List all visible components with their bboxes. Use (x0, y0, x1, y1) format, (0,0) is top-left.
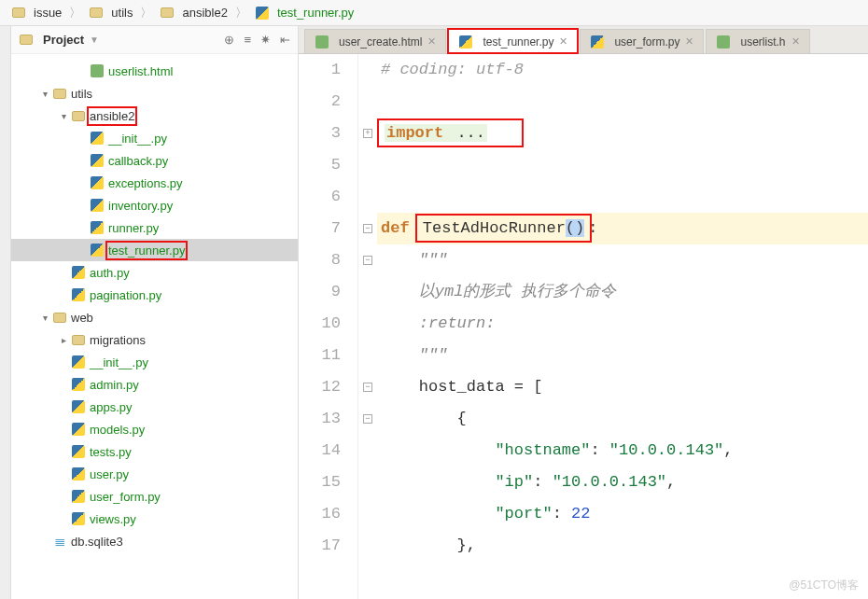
fold-marker[interactable] (358, 498, 377, 530)
line-gutter[interactable]: 123567891011121314151617 (299, 54, 358, 599)
locate-icon[interactable]: ⊕ (224, 33, 234, 47)
fold-marker[interactable] (358, 86, 377, 118)
code-line[interactable]: { (377, 403, 868, 435)
code-line[interactable]: :return: (377, 308, 868, 340)
collapse-icon[interactable]: ⇤ (280, 33, 290, 47)
tree-file[interactable]: views.py (11, 508, 298, 530)
line-number[interactable]: 5 (299, 149, 341, 181)
fold-marker[interactable] (358, 530, 377, 562)
tree-file[interactable]: pagination.py (11, 284, 298, 306)
line-number[interactable]: 3 (299, 118, 341, 149)
code-line[interactable]: import ... (377, 118, 868, 149)
line-number[interactable]: 1 (299, 54, 341, 86)
tree-file[interactable]: ≣db.sqlite3 (11, 530, 298, 552)
twisty-open-icon[interactable]: ▾ (37, 89, 52, 99)
fold-marker[interactable]: − (358, 213, 377, 244)
project-tree[interactable]: userlist.html▾utils▾ansible2__init__.pyc… (11, 54, 298, 599)
close-icon[interactable]: ✕ (791, 35, 800, 48)
fold-marker[interactable] (358, 308, 377, 340)
tree-file[interactable]: admin.py (11, 373, 298, 396)
tree-file[interactable]: exceptions.py (11, 172, 298, 194)
python-icon (71, 467, 86, 481)
tree-file[interactable]: user_form.py (11, 485, 298, 508)
code-line[interactable] (377, 149, 868, 181)
tree-file[interactable]: test_runner.py (11, 239, 298, 261)
tree-folder[interactable]: ▾ansible2 (11, 104, 298, 127)
tree-file[interactable]: auth.py (11, 261, 298, 284)
tree-file[interactable]: userlist.html (11, 60, 298, 82)
code-content[interactable]: # coding: utf-8import ... def TestAdHocR… (377, 54, 868, 599)
close-icon[interactable]: ✕ (559, 35, 567, 48)
close-icon[interactable]: ✕ (685, 35, 693, 48)
twisty-open-icon[interactable]: ▾ (37, 313, 52, 323)
code-line[interactable]: "port": 22 (377, 498, 868, 530)
chevron-down-icon[interactable]: ▼ (90, 35, 99, 45)
code-line[interactable]: host_data = [ (377, 371, 868, 403)
close-icon[interactable]: ✕ (427, 35, 436, 48)
code-area[interactable]: 123567891011121314151617 +−−−− # coding:… (299, 54, 868, 599)
line-number[interactable]: 14 (299, 435, 341, 467)
fold-marker[interactable] (358, 435, 377, 467)
breadcrumb-item[interactable]: test_runner.py (249, 4, 359, 22)
fold-marker[interactable]: + (358, 118, 377, 149)
editor-tab[interactable]: user_form.py✕ (580, 29, 704, 53)
editor-tab[interactable]: user_create.html✕ (304, 29, 446, 53)
folder-icon (160, 6, 175, 21)
tree-file[interactable]: runner.py (11, 216, 298, 239)
line-number[interactable]: 16 (299, 498, 341, 530)
tree-folder[interactable]: ▸migrations (11, 328, 298, 351)
fold-marker[interactable] (358, 276, 377, 308)
tree-file[interactable]: callback.py (11, 149, 298, 172)
tree-folder[interactable]: ▾web (11, 306, 298, 328)
code-line[interactable] (377, 181, 868, 213)
fold-marker[interactable] (358, 340, 377, 371)
fold-marker[interactable] (358, 149, 377, 181)
code-line[interactable] (377, 86, 868, 118)
breadcrumb-item[interactable]: ansible2 (154, 4, 232, 22)
fold-marker[interactable] (358, 54, 377, 86)
code-line[interactable]: "ip": "10.0.0.143", (377, 467, 868, 498)
line-number[interactable]: 7 (299, 213, 341, 244)
code-line[interactable]: # coding: utf-8 (377, 54, 868, 86)
code-line[interactable]: """ (377, 340, 868, 371)
line-number[interactable]: 2 (299, 86, 341, 118)
tree-file[interactable]: __init__.py (11, 351, 298, 373)
line-number[interactable]: 17 (299, 530, 341, 562)
editor-tab[interactable]: test_runner.py✕ (448, 29, 578, 53)
line-number[interactable]: 15 (299, 467, 341, 498)
twisty-closed-icon[interactable]: ▸ (56, 335, 71, 345)
tree-folder[interactable]: ▾utils (11, 82, 298, 104)
twisty-open-icon[interactable]: ▾ (56, 111, 71, 121)
code-line[interactable]: """ (377, 244, 868, 276)
tree-file[interactable]: inventory.py (11, 194, 298, 216)
fold-marker[interactable]: − (358, 403, 377, 435)
line-number[interactable]: 13 (299, 403, 341, 435)
code-line[interactable]: }, (377, 530, 868, 562)
code-line[interactable]: 以yml的形式 执行多个命令 (377, 276, 868, 308)
gear-icon[interactable]: ✷ (260, 33, 271, 47)
fold-marker[interactable] (358, 181, 377, 213)
line-number[interactable]: 6 (299, 181, 341, 213)
tool-window-stripe[interactable] (0, 26, 11, 599)
fold-marker[interactable]: − (358, 371, 377, 403)
tree-file[interactable]: user.py (11, 463, 298, 485)
fold-marker[interactable] (358, 467, 377, 498)
fold-column[interactable]: +−−−− (358, 54, 377, 599)
breadcrumb-item[interactable]: issue (6, 4, 67, 22)
line-number[interactable]: 11 (299, 340, 341, 371)
code-line[interactable]: def TestAdHocRunner(): (377, 213, 868, 244)
line-number[interactable]: 9 (299, 276, 341, 308)
editor-tab[interactable]: userlist.h✕ (706, 29, 809, 53)
breadcrumb-item[interactable]: utils (83, 4, 138, 22)
line-number[interactable]: 12 (299, 371, 341, 403)
fold-marker[interactable]: − (358, 244, 377, 276)
line-number[interactable]: 8 (299, 244, 341, 276)
tree-file[interactable]: apps.py (11, 396, 298, 418)
tree-file[interactable]: models.py (11, 418, 298, 440)
code-line[interactable]: "hostname": "10.0.0.143", (377, 435, 868, 467)
tree-file[interactable]: __init__.py (11, 127, 298, 149)
line-number[interactable]: 10 (299, 308, 341, 340)
project-panel: Project ▼ ⊕ ≡ ✷ ⇤ userlist.html▾utils▾an… (11, 26, 299, 599)
filter-icon[interactable]: ≡ (244, 33, 251, 47)
tree-file[interactable]: tests.py (11, 440, 298, 463)
